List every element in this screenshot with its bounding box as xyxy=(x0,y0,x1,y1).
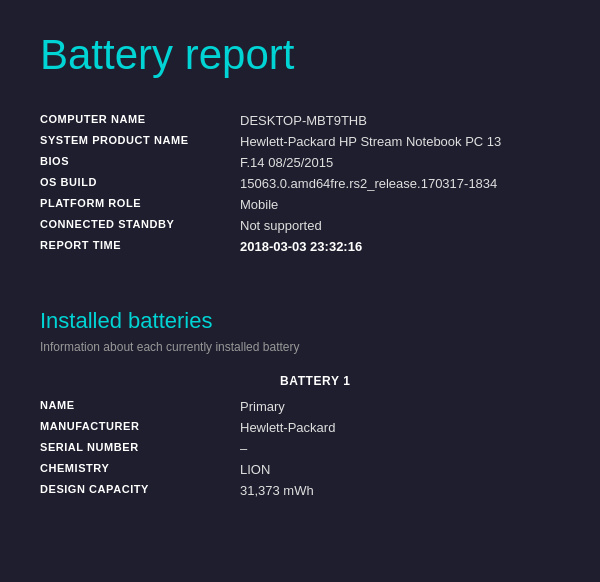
report-time-row: REPORT TIME 2018-03-03 23:32:16 xyxy=(40,236,560,257)
platform-role-value: Mobile xyxy=(240,194,560,215)
system-info-section: COMPUTER NAME DESKTOP-MBT9THB SYSTEM PRO… xyxy=(40,110,560,257)
bios-label: BIOS xyxy=(40,152,240,173)
page-title: Battery report xyxy=(40,30,560,80)
connected-standby-label: CONNECTED STANDBY xyxy=(40,215,240,236)
batteries-section-subtitle: Information about each currently install… xyxy=(40,340,560,354)
bios-row: BIOS F.14 08/25/2015 xyxy=(40,152,560,173)
connected-standby-value: Not supported xyxy=(240,215,560,236)
computer-name-row: COMPUTER NAME DESKTOP-MBT9THB xyxy=(40,110,560,131)
battery-chemistry-label: CHEMISTRY xyxy=(40,459,240,480)
battery-design-capacity-row: DESIGN CAPACITY 31,373 mWh xyxy=(40,480,560,501)
battery-design-capacity-value: 31,373 mWh xyxy=(240,480,560,501)
computer-name-label: COMPUTER NAME xyxy=(40,110,240,131)
report-time-value: 2018-03-03 23:32:16 xyxy=(240,236,560,257)
os-build-label: OS BUILD xyxy=(40,173,240,194)
section-divider xyxy=(40,287,560,288)
battery-name-label: NAME xyxy=(40,396,240,417)
computer-name-value: DESKTOP-MBT9THB xyxy=(240,110,560,131)
bios-value: F.14 08/25/2015 xyxy=(240,152,560,173)
battery-manufacturer-row: MANUFACTURER Hewlett-Packard xyxy=(40,417,560,438)
os-build-value: 15063.0.amd64fre.rs2_release.170317-1834 xyxy=(240,173,560,194)
connected-standby-row: CONNECTED STANDBY Not supported xyxy=(40,215,560,236)
battery-design-capacity-label: DESIGN CAPACITY xyxy=(40,480,240,501)
system-product-name-value: Hewlett-Packard HP Stream Notebook PC 13 xyxy=(240,131,560,152)
battery-table: NAME Primary MANUFACTURER Hewlett-Packar… xyxy=(40,396,560,501)
battery-chemistry-row: CHEMISTRY LION xyxy=(40,459,560,480)
os-build-row: OS BUILD 15063.0.amd64fre.rs2_release.17… xyxy=(40,173,560,194)
battery-name-row: NAME Primary xyxy=(40,396,560,417)
platform-role-label: PLATFORM ROLE xyxy=(40,194,240,215)
battery-serial-label: SERIAL NUMBER xyxy=(40,438,240,459)
system-info-table: COMPUTER NAME DESKTOP-MBT9THB SYSTEM PRO… xyxy=(40,110,560,257)
platform-role-row: PLATFORM ROLE Mobile xyxy=(40,194,560,215)
batteries-section: Installed batteries Information about ea… xyxy=(40,308,560,501)
system-product-name-row: SYSTEM PRODUCT NAME Hewlett-Packard HP S… xyxy=(40,131,560,152)
battery-serial-value: – xyxy=(240,438,560,459)
system-product-name-label: SYSTEM PRODUCT NAME xyxy=(40,131,240,152)
battery-serial-row: SERIAL NUMBER – xyxy=(40,438,560,459)
report-time-label: REPORT TIME xyxy=(40,236,240,257)
battery-name-value: Primary xyxy=(240,396,560,417)
battery-manufacturer-label: MANUFACTURER xyxy=(40,417,240,438)
battery-chemistry-value: LION xyxy=(240,459,560,480)
battery-manufacturer-value: Hewlett-Packard xyxy=(240,417,560,438)
batteries-section-title: Installed batteries xyxy=(40,308,560,334)
battery-header: BATTERY 1 xyxy=(280,374,560,388)
